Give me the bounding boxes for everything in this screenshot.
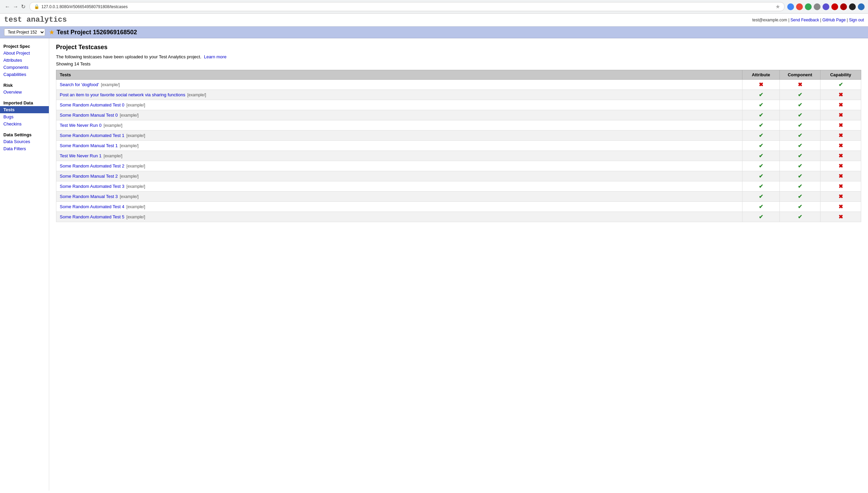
test-tag: [example/]	[127, 215, 145, 219]
sidebar-item-attributes[interactable]: Attributes	[0, 57, 49, 64]
cross-icon: ✖	[838, 122, 843, 128]
check-icon: ✔	[798, 194, 802, 199]
check-icon: ✔	[798, 92, 802, 98]
test-name-cell: Some Random Automated Test 3[example/]	[56, 181, 742, 192]
component-cell: ✖	[780, 80, 820, 90]
cross-icon: ✖	[838, 173, 843, 179]
attribute-cell: ✔	[742, 202, 780, 212]
check-icon: ✔	[798, 214, 802, 220]
check-icon: ✔	[759, 204, 763, 210]
test-tag: [example/]	[127, 133, 145, 138]
test-link[interactable]: Post an item to your favorite social net…	[60, 92, 185, 97]
sign-out-link[interactable]: Sign out	[849, 18, 864, 22]
test-link[interactable]: Test We Never Run 1	[60, 153, 101, 158]
test-tag: [example/]	[103, 154, 122, 158]
component-cell: ✔	[780, 151, 820, 161]
url-bar[interactable]: 🔒 127.0.0.1:8080/#/5066549580791808/test…	[30, 2, 785, 11]
page-title: Project Testcases	[56, 44, 861, 51]
test-name-cell: Some Random Manual Test 2[example/]	[56, 171, 742, 181]
test-name-cell: Some Random Automated Test 4[example/]	[56, 202, 742, 212]
capability-cell: ✔	[820, 80, 861, 90]
sidebar-item-checkins[interactable]: Checkins	[0, 120, 49, 127]
user-email: test@example.com	[752, 18, 787, 22]
attribute-cell: ✔	[742, 151, 780, 161]
check-icon: ✔	[759, 214, 763, 220]
check-icon: ✔	[759, 92, 763, 98]
sidebar-item-data-filters[interactable]: Data Filters	[0, 145, 49, 152]
test-link[interactable]: Some Random Manual Test 3	[60, 194, 118, 199]
check-icon: ✔	[798, 143, 802, 149]
test-link[interactable]: Some Random Automated Test 0	[60, 102, 125, 107]
forward-button[interactable]: →	[12, 4, 20, 10]
attribute-cell: ✖	[742, 80, 780, 90]
cross-icon: ✖	[838, 153, 843, 159]
sidebar-item-bugs[interactable]: Bugs	[0, 113, 49, 120]
attribute-cell: ✔	[742, 141, 780, 151]
star-icon[interactable]: ★	[49, 29, 54, 36]
cross-icon: ✖	[838, 183, 843, 189]
table-row: Test We Never Run 1[example/]✔✔✖	[56, 151, 861, 161]
testcases-table: Tests Attribute Component Capability Sea…	[56, 70, 861, 222]
check-icon: ✔	[759, 143, 763, 149]
sidebar-item-capabilities[interactable]: Capabilities	[0, 71, 49, 78]
sidebar-item-components[interactable]: Components	[0, 64, 49, 71]
test-tag: [example/]	[101, 82, 120, 87]
test-link[interactable]: Some Random Automated Test 5	[60, 214, 125, 219]
risk-section: Risk	[0, 81, 49, 88]
sidebar-item-overview[interactable]: Overview	[0, 88, 49, 96]
cross-icon: ✖	[838, 194, 843, 199]
attribute-cell: ✔	[742, 90, 780, 100]
attribute-cell: ✔	[742, 110, 780, 120]
test-link[interactable]: Search for 'dogfood'	[60, 82, 99, 87]
check-icon: ✔	[798, 122, 802, 128]
component-cell: ✔	[780, 141, 820, 151]
cross-icon: ✖	[798, 82, 802, 87]
table-row: Some Random Automated Test 2[example/]✔✔…	[56, 161, 861, 171]
capability-cell: ✖	[820, 181, 861, 192]
test-name-cell: Test We Never Run 1[example/]	[56, 151, 742, 161]
test-link[interactable]: Some Random Automated Test 3	[60, 184, 125, 189]
table-row: Some Random Automated Test 4[example/]✔✔…	[56, 202, 861, 212]
cross-icon: ✖	[759, 82, 763, 87]
app-logo: test analytics	[4, 16, 67, 24]
test-link[interactable]: Some Random Manual Test 1	[60, 143, 118, 148]
capability-cell: ✖	[820, 151, 861, 161]
cross-icon: ✖	[838, 133, 843, 138]
test-tag: [example/]	[127, 184, 145, 189]
test-name-cell: Some Random Automated Test 2[example/]	[56, 161, 742, 171]
test-link[interactable]: Some Random Automated Test 1	[60, 133, 125, 138]
cross-icon: ✖	[838, 102, 843, 108]
test-link[interactable]: Some Random Manual Test 0	[60, 113, 118, 118]
project-selector[interactable]: Test Project 152	[4, 28, 45, 36]
check-icon: ✔	[759, 194, 763, 199]
test-name-cell: Test We Never Run 0[example/]	[56, 120, 742, 131]
sidebar-item-data-sources[interactable]: Data Sources	[0, 138, 49, 145]
reload-button[interactable]: ↻	[20, 3, 27, 10]
table-row: Some Random Automated Test 1[example/]✔✔…	[56, 131, 861, 141]
sidebar-item-tests[interactable]: Tests	[0, 106, 49, 113]
test-link[interactable]: Some Random Automated Test 2	[60, 163, 125, 169]
sidebar-item-about-project[interactable]: About Project	[0, 50, 49, 57]
main-layout: Project Spec About Project Attributes Co…	[0, 38, 868, 491]
table-row: Post an item to your favorite social net…	[56, 90, 861, 100]
test-tag: [example/]	[127, 164, 145, 169]
test-link[interactable]: Test We Never Run 0	[60, 123, 101, 128]
table-row: Some Random Manual Test 1[example/]✔✔✖	[56, 141, 861, 151]
table-row: Some Random Automated Test 0[example/]✔✔…	[56, 100, 861, 110]
col-header-tests: Tests	[56, 70, 742, 80]
header-nav: test@example.com | Send Feedback | GitHu…	[752, 18, 864, 22]
component-cell: ✔	[780, 110, 820, 120]
test-link[interactable]: Some Random Manual Test 2	[60, 174, 118, 179]
test-name-cell: Some Random Automated Test 0[example/]	[56, 100, 742, 110]
table-row: Some Random Manual Test 2[example/]✔✔✖	[56, 171, 861, 181]
send-feedback-link[interactable]: Send Feedback	[791, 18, 819, 22]
test-name-cell: Some Random Automated Test 1[example/]	[56, 131, 742, 141]
test-name-cell: Some Random Automated Test 5[example/]	[56, 212, 742, 222]
learn-more-link[interactable]: Learn more	[204, 54, 226, 59]
back-button[interactable]: ←	[3, 4, 12, 10]
col-header-attribute: Attribute	[742, 70, 780, 80]
github-page-link[interactable]: GitHub Page	[822, 18, 846, 22]
check-icon: ✔	[798, 173, 802, 179]
test-link[interactable]: Some Random Automated Test 4	[60, 204, 125, 209]
table-row: Some Random Manual Test 0[example/]✔✔✖	[56, 110, 861, 120]
